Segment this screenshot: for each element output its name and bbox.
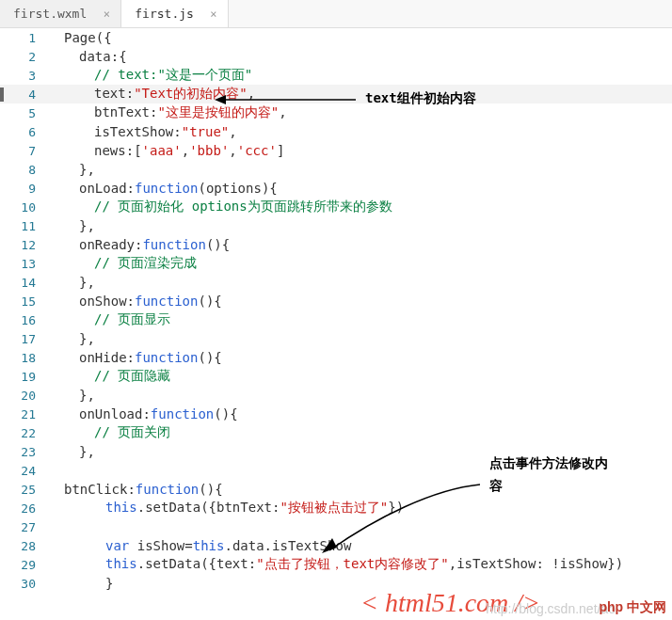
tab-bar: first.wxml × first.js × <box>0 0 672 28</box>
code-keyword: function <box>135 294 198 309</box>
line-number: 8 <box>0 163 49 177</box>
code-keyword: function <box>151 406 214 421</box>
code-keyword: this <box>105 500 137 515</box>
code-keyword: this <box>193 538 225 553</box>
line-number: 30 <box>0 577 49 591</box>
line-number: 16 <box>0 313 49 327</box>
line-number: 21 <box>0 407 49 421</box>
line-number: 23 <box>0 445 49 459</box>
code-text: }, <box>79 444 95 459</box>
code-string: "true" <box>182 124 230 139</box>
code-comment: // 页面关闭 <box>94 424 170 439</box>
code-text: }, <box>79 218 95 233</box>
code-text: }) <box>388 500 404 515</box>
line-number: 2 <box>0 50 49 64</box>
code-text: ,isTextShow: !isShow}) <box>449 556 623 571</box>
close-icon[interactable]: × <box>207 8 220 21</box>
code-text: onHide: <box>79 350 135 365</box>
code-text: , <box>182 143 189 158</box>
code-text: text: <box>94 86 134 101</box>
code-text: (){ <box>214 406 237 421</box>
tab-first-js[interactable]: first.js × <box>121 0 229 27</box>
code-text: (options){ <box>198 181 277 196</box>
line-number: 29 <box>0 558 49 572</box>
code-text: , <box>229 143 236 158</box>
tab-label: first.wxml <box>13 7 87 21</box>
code-text: }, <box>79 331 95 346</box>
line-number: 25 <box>0 483 49 497</box>
code-keyword: var <box>105 538 129 553</box>
code-string: 'bbb' <box>189 143 229 158</box>
line-number: 1 <box>0 31 49 45</box>
code-text: , <box>229 124 236 139</box>
code-text: onLoad: <box>79 181 135 196</box>
code-text: , <box>279 104 286 119</box>
line-number: 11 <box>0 219 49 233</box>
code-text: btnText: <box>94 104 157 119</box>
code-text: btnClick: <box>64 482 136 497</box>
close-icon[interactable]: × <box>100 8 113 21</box>
code-text: (){ <box>198 294 221 309</box>
code-string: "点击了按钮，text内容修改了" <box>256 556 449 571</box>
line-number: 9 <box>0 182 49 196</box>
code-area[interactable]: 1Page({ 2data:{ 3// text:"这是一个页面" 4text:… <box>0 28 672 593</box>
code-comment: // 页面显示 <box>94 311 170 326</box>
line-number: 14 <box>0 276 49 290</box>
code-text: (){ <box>206 237 230 252</box>
annotation-line: 点击事件方法修改内 <box>489 452 608 474</box>
code-text: news:[ <box>94 143 142 158</box>
line-number: 12 <box>0 238 49 252</box>
code-keyword: function <box>135 181 198 196</box>
code-comment: // 页面渲染完成 <box>94 255 197 270</box>
code-text: ] <box>277 143 284 158</box>
line-number: 20 <box>0 389 49 403</box>
code-keyword: this <box>105 556 137 571</box>
line-number: 18 <box>0 351 49 365</box>
code-text: }, <box>79 275 95 290</box>
code-text: onReady: <box>79 237 142 252</box>
code-string: "按钮被点击过了" <box>280 500 388 515</box>
watermark-csdn: http://blog.csdn.net/ao <box>486 601 616 616</box>
code-text: Page({ <box>64 30 112 45</box>
code-text: (){ <box>198 350 221 365</box>
tab-first-wxml[interactable]: first.wxml × <box>0 0 121 27</box>
line-number: 24 <box>0 464 49 478</box>
code-text: } <box>105 576 113 591</box>
line-number: 17 <box>0 332 49 346</box>
annotation-text-initial: text组件初始内容 <box>365 90 476 107</box>
line-number: 19 <box>0 370 49 384</box>
line-number: 27 <box>0 520 49 534</box>
line-number: 13 <box>0 257 49 271</box>
code-string: "Text的初始内容" <box>134 86 248 101</box>
code-string: 'ccc' <box>237 143 277 158</box>
code-text: onShow: <box>79 294 135 309</box>
line-number: 3 <box>0 69 49 83</box>
line-number: 4 <box>0 87 49 102</box>
code-comment: // 页面初始化 options为页面跳转所带来的参数 <box>94 199 392 214</box>
code-comment: // text:"这是一个页面" <box>94 67 252 82</box>
line-number: 15 <box>0 294 49 309</box>
code-text: isShow= <box>129 538 192 553</box>
annotation-click-event: 点击事件方法修改内 容 <box>489 452 608 497</box>
line-number: 28 <box>0 539 49 553</box>
annotation-line: 容 <box>489 474 608 497</box>
code-keyword: function <box>136 482 199 497</box>
code-text: }, <box>79 388 95 403</box>
code-string: "这里是按钮的内容" <box>157 104 279 119</box>
code-text: onUnload: <box>79 406 151 421</box>
line-number: 22 <box>0 426 49 440</box>
code-keyword: function <box>135 350 198 365</box>
code-text: isTextShow: <box>94 124 182 139</box>
code-text: .setData({btnText: <box>137 500 280 515</box>
line-number: 5 <box>0 106 49 120</box>
watermark-php: php 中文网 <box>599 599 666 616</box>
line-number: 7 <box>0 144 49 158</box>
code-text: .data.isTextShow <box>224 538 351 553</box>
code-keyword: function <box>142 237 205 252</box>
line-number: 26 <box>0 501 49 516</box>
code-text: , <box>248 86 255 101</box>
code-string: 'aaa' <box>142 143 182 158</box>
code-text: }, <box>79 162 95 177</box>
code-text: (){ <box>199 482 222 497</box>
code-text: .setData({text: <box>137 556 256 571</box>
